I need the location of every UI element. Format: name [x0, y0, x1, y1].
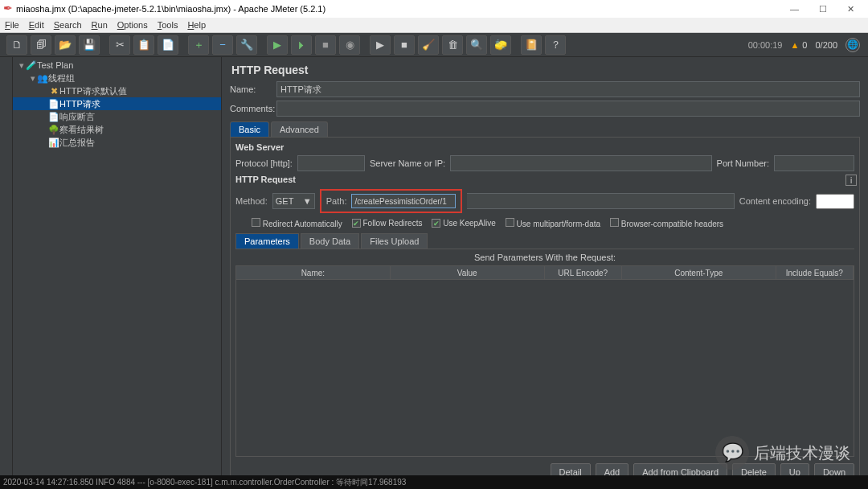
warning-icon[interactable]: ▲: [790, 40, 799, 50]
start-notimers-icon[interactable]: ⏵: [291, 35, 312, 55]
server-input[interactable]: [450, 155, 712, 171]
clear-icon[interactable]: 🧹: [418, 35, 439, 55]
menu-options[interactable]: Options: [117, 20, 148, 30]
tree-item[interactable]: 📄HTTP请求: [13, 97, 221, 110]
tree-node-icon: 📄: [48, 112, 59, 122]
tab-basic[interactable]: Basic: [230, 121, 269, 137]
menu-bar: File Edit Search Run Options Tools Help: [0, 18, 868, 33]
method-dropdown[interactable]: GET ▼: [272, 193, 315, 209]
tree-item[interactable]: 📄响应断言: [13, 110, 221, 123]
menu-search[interactable]: Search: [54, 20, 82, 30]
cut-icon[interactable]: ✂: [109, 35, 130, 55]
tree-node-label: 响应断言: [59, 111, 95, 123]
tree-item[interactable]: ▾👥线程组: [13, 72, 221, 84]
console-text: 2020-03-14 14:27:16.850 INFO 4884 --- [o…: [3, 477, 406, 488]
browser-compat-checkbox[interactable]: [610, 218, 619, 227]
tree-node-icon: 🌳: [48, 125, 59, 135]
tree-node-label: HTTP请求: [59, 98, 100, 110]
tree-twist-icon[interactable]: ▾: [18, 60, 26, 71]
menu-file[interactable]: File: [5, 20, 19, 30]
open-icon[interactable]: 📂: [55, 35, 76, 55]
search-icon[interactable]: 🔍: [466, 35, 487, 55]
tree-node-label: 察看结果树: [59, 124, 104, 136]
comments-input[interactable]: [276, 101, 860, 117]
path-input-extension[interactable]: [467, 193, 734, 209]
new-icon[interactable]: 🗋: [6, 35, 27, 55]
webserver-title: Web Server: [235, 142, 854, 152]
tab-advanced[interactable]: Advanced: [271, 121, 328, 137]
config-tabs: Basic Advanced: [230, 121, 860, 138]
tree-node-icon: 👥: [37, 73, 48, 84]
remote-stop-icon[interactable]: ■: [394, 35, 415, 55]
menu-edit[interactable]: Edit: [29, 20, 44, 30]
comments-label: Comments:: [230, 104, 276, 113]
help-icon[interactable]: ？: [545, 35, 566, 55]
server-label: Server Name or IP:: [370, 158, 445, 168]
minimize-button[interactable]: —: [780, 0, 809, 18]
protocol-label: Protocol [http]:: [235, 158, 293, 168]
tree-item[interactable]: ▾🧪Test Plan: [13, 59, 221, 72]
method-value: GET: [276, 196, 294, 206]
templates-icon[interactable]: 🗐: [31, 35, 51, 55]
tab-parameters[interactable]: Parameters: [235, 233, 299, 249]
col-content-type: Content-Type: [622, 266, 776, 279]
stop-icon[interactable]: ■: [315, 35, 336, 55]
tree-item[interactable]: 🌳察看结果树: [13, 123, 221, 136]
copy-icon[interactable]: 📋: [133, 35, 154, 55]
globe-icon[interactable]: 🌐: [845, 38, 860, 52]
start-icon[interactable]: ▶: [267, 35, 288, 55]
chevron-down-icon: ▼: [303, 196, 312, 206]
window-title: miaosha.jmx (D:\apache-jmeter-5.2.1\bin\…: [16, 4, 780, 14]
tree-twist-icon[interactable]: ▾: [29, 73, 37, 84]
tab-files-upload[interactable]: Files Upload: [361, 233, 428, 249]
port-label: Port Number:: [717, 158, 769, 168]
encoding-input[interactable]: [816, 194, 854, 209]
params-table-body[interactable]: [235, 280, 854, 457]
save-icon[interactable]: 💾: [79, 35, 100, 55]
multipart-label: Use multipart/form-data: [517, 220, 600, 228]
left-gutter: [0, 57, 13, 475]
name-label: Name:: [230, 84, 276, 94]
params-table-header: Name: Value URL Encode? Content-Type Inc…: [235, 265, 854, 280]
reset-search-icon[interactable]: 🧽: [490, 35, 511, 55]
clearall-icon[interactable]: 🗑: [442, 35, 463, 55]
function-helper-icon[interactable]: 📔: [521, 35, 542, 55]
menu-run[interactable]: Run: [92, 20, 108, 30]
warning-count: 0: [802, 40, 807, 50]
tree-item[interactable]: ✖HTTP请求默认值: [13, 84, 221, 97]
path-input[interactable]: [351, 194, 456, 208]
httpreq-title: HTTP Request: [235, 175, 854, 184]
test-plan-tree[interactable]: ▾🧪Test Plan▾👥线程组✖HTTP请求默认值📄HTTP请求📄响应断言🌳察…: [13, 57, 222, 475]
paste-icon[interactable]: 📄: [158, 35, 178, 55]
remote-start-icon[interactable]: ▶: [370, 35, 391, 55]
remove-icon[interactable]: −: [212, 35, 233, 55]
redirect-auto-label: Redirect Automatically: [263, 220, 342, 228]
shutdown-icon[interactable]: ◉: [339, 35, 360, 55]
follow-redirects-checkbox[interactable]: ✔: [352, 219, 361, 228]
method-label: Method:: [235, 196, 268, 206]
tab-body-data[interactable]: Body Data: [301, 233, 359, 249]
tree-item[interactable]: 📊汇总报告: [13, 136, 221, 149]
protocol-input[interactable]: [297, 155, 365, 171]
multipart-checkbox[interactable]: [506, 218, 514, 227]
menu-help[interactable]: Help: [187, 20, 206, 30]
col-include-equals: Include Equals?: [776, 266, 854, 279]
redirect-auto-checkbox[interactable]: [252, 218, 260, 227]
wrench-icon[interactable]: 🔧: [236, 35, 257, 55]
tree-node-icon: 📄: [48, 99, 59, 109]
name-input[interactable]: [276, 81, 860, 97]
port-input[interactable]: [774, 155, 854, 171]
close-button[interactable]: ✕: [837, 0, 865, 18]
keepalive-checkbox[interactable]: ✔: [432, 219, 440, 228]
tree-node-icon: ✖: [48, 86, 59, 97]
maximize-button[interactable]: ☐: [809, 0, 837, 18]
console-strip: 2020-03-14 14:27:16.850 INFO 4884 --- [o…: [0, 475, 868, 489]
tree-node-icon: 📊: [48, 138, 59, 148]
add-icon[interactable]: ＋: [188, 35, 209, 55]
timer-label: 00:00:19: [748, 40, 783, 50]
params-table-title: Send Parameters With the Request:: [235, 253, 854, 262]
col-name: Name:: [236, 266, 391, 279]
menu-tools[interactable]: Tools: [158, 20, 178, 30]
info-icon[interactable]: i: [845, 175, 857, 186]
col-urlencode: URL Encode?: [545, 266, 622, 279]
